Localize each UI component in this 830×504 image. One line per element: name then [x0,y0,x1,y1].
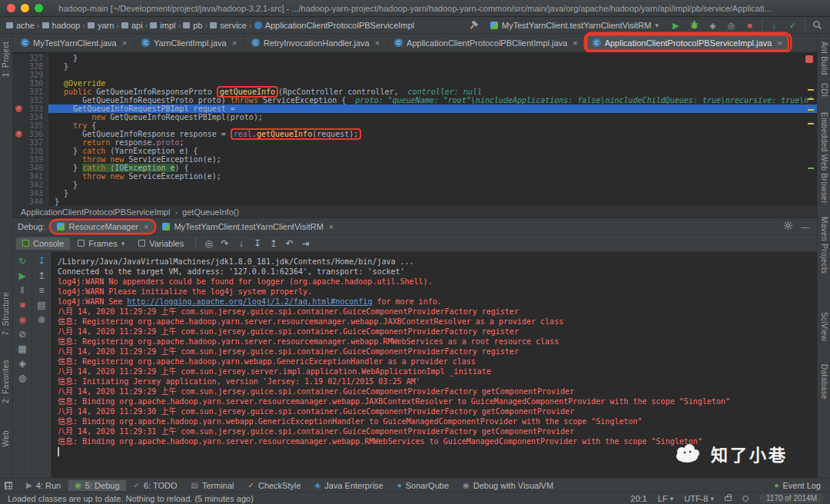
editor-gutter[interactable]: 332 [13,96,48,104]
code-text[interactable] [48,71,817,79]
mute-breakpoints-icon[interactable]: ⊘ [13,327,32,342]
resume-icon[interactable]: ▶ [13,269,32,284]
console-link[interactable]: http://logging.apache.org/log4j/1.2/faq.… [127,297,372,306]
warning-stripe-mark[interactable] [808,109,814,111]
line-separator-widget[interactable]: LF ▾ [658,494,673,503]
code-text[interactable]: } [48,197,817,206]
coverage-button[interactable]: ◈ [706,19,719,32]
stop-icon[interactable]: ■ [13,298,32,313]
editor-gutter[interactable]: 328 [13,62,48,71]
close-tab-icon[interactable]: × [375,38,380,48]
debug-session-tab[interactable]: MyTestYarnClient.testYarnClientVisitRM× [156,220,340,233]
close-tab-icon[interactable]: × [777,38,782,48]
settings-gear-icon[interactable] [783,220,793,232]
search-everywhere-icon[interactable] [811,19,824,32]
editor-gutter[interactable]: ✓333 [13,104,48,113]
tool-window-switcher-icon[interactable] [5,482,12,489]
step-into-icon[interactable]: ↓ [234,238,248,249]
code-text[interactable]: @Override [48,79,817,88]
close-tab-icon[interactable]: × [144,222,148,231]
warning-stripe-mark[interactable] [808,98,814,100]
code-text[interactable]: throw new ServiceException(e); [48,155,817,164]
zoom-button[interactable] [35,4,43,12]
tool-window-button-5-Debug[interactable]: ◉5: Debug [68,480,125,491]
close-tab-icon[interactable]: × [573,38,577,48]
up-the-stack-icon[interactable]: ↥ [32,269,51,284]
tool-window-button-CDI[interactable]: CDI [820,83,828,97]
run-configuration-select[interactable]: MyTestYarnClient.testYarnClientVisitRM ▾ [485,20,664,31]
tool-window-button-SonarQube[interactable]: ●SonarQube [391,480,455,491]
close-tab-icon[interactable]: × [232,38,237,48]
breadcrumb-item[interactable]: ache [6,21,35,30]
close-tab-icon[interactable]: × [122,38,127,48]
tool-window-button-Java-Enterprise[interactable]: ◈Java Enterprise [309,480,390,491]
close-button[interactable] [7,4,15,12]
code-text[interactable]: GetQueueInfoRequestPBImpl request = [48,104,817,113]
build-hammer-icon[interactable] [466,19,480,32]
editor-gutter[interactable]: 331 [13,88,48,96]
scroll-to-end-icon[interactable]: ↧ [32,254,51,269]
code-text[interactable]: } [48,181,817,189]
vcs-commit-icon[interactable]: ✓ [786,19,799,32]
editor-gutter[interactable]: 339 [13,155,48,164]
tool-window-button-Debug-with-VisualVM[interactable]: ◉Debug with VisualVM [456,480,559,491]
code-text[interactable]: GetQueueInfoResponse response = real.get… [48,130,817,138]
warning-stripe-mark[interactable] [808,123,814,124]
editor-gutter[interactable]: 327 [13,54,48,62]
inspections-widget[interactable] [805,55,813,63]
code-text[interactable]: GetQueueInfoRequestProto proto) throws S… [48,96,817,104]
editor-gutter[interactable]: 342 [13,181,48,189]
editor-tab[interactable]: CRetryInvocationHandler.java× [244,34,387,51]
pause-icon[interactable]: ‖ [13,284,32,298]
highlighting-level-icon[interactable] [742,496,749,502]
tool-window-button-4-Run[interactable]: ▶4: Run [20,480,67,491]
show-execution-point-icon[interactable]: ◎ [201,238,216,249]
code-text[interactable]: try { [48,121,817,130]
debug-console[interactable]: /Library/Java/JavaVirtualMachines/jdk1.8… [51,252,817,478]
clear-all-icon[interactable]: ⊗ [32,313,51,327]
breadcrumb-item[interactable]: ApplicationClientProtocolPBServiceImpl [21,207,170,217]
tool-tab-console[interactable]: Console [16,237,70,250]
step-out-icon[interactable]: ↥ [266,238,281,249]
caret-position-widget[interactable]: 20:1 [631,494,647,503]
breadcrumb-item[interactable]: ApplicationClientProtocolPBServiceImpl [254,21,414,30]
tool-window-button-1-Project[interactable]: 1: Project [2,41,10,77]
drop-frame-icon[interactable]: ↶ [282,238,297,249]
breakpoint-icon[interactable]: ✓ [15,131,22,138]
vcs-update-icon[interactable]: ↓ [768,19,781,32]
code-editor[interactable]: 327 }328 }329330 @Override331 public Get… [13,52,817,206]
settings-icon[interactable]: ◈ [13,356,32,371]
warning-stripe-mark[interactable] [808,89,814,91]
hide-window-icon[interactable]: — [801,222,809,231]
restore-layout-icon[interactable]: ▦ [13,342,32,356]
editor-tab[interactable]: CYarnClientImpl.java× [134,34,244,51]
breadcrumb-item[interactable]: service [210,21,247,30]
editor-gutter[interactable]: 334 [13,113,48,121]
breadcrumb-item[interactable]: impl [150,21,175,30]
ok-stripe-mark[interactable] [808,167,814,169]
tool-window-button-CheckStyle[interactable]: ✓CheckStyle [242,480,307,491]
step-over-icon[interactable]: ↷ [217,238,232,249]
memory-indicator[interactable]: 1170 of 2014M [759,493,824,503]
run-to-cursor-icon[interactable]: ⇥ [298,238,313,249]
soft-wrap-icon[interactable]: ≡ [32,284,51,298]
breadcrumb-item[interactable]: api [121,21,143,30]
code-text[interactable]: } catch (IOException e) { [48,164,817,172]
editor-gutter[interactable]: 330 [13,79,48,88]
tool-tab-variables[interactable]: Variables [132,237,190,250]
editor-gutter[interactable]: 340 [13,164,48,172]
pin-icon[interactable]: ◍ [13,371,32,386]
code-text[interactable]: } catch (YarnException e) { [48,147,817,155]
event-log-button[interactable]: ●Event Log [774,481,825,490]
code-text[interactable]: throw new ServiceException(e); [48,172,817,181]
editor-tab[interactable]: CApplicationClientProtocolPBServiceImpl.… [586,34,790,51]
breadcrumb-item[interactable]: yarn [88,21,114,30]
editor-tab[interactable]: CApplicationClientProtocolPBClientImpl.j… [387,34,586,51]
editor-gutter[interactable]: ✓336 [13,130,48,138]
tool-window-button-Database[interactable]: Database [820,364,828,400]
close-tab-icon[interactable]: × [329,222,334,231]
code-text[interactable]: } [48,54,817,62]
tool-window-button-Ant-Build[interactable]: Ant Build [820,41,828,75]
tool-tab-frames[interactable]: Frames▾ [71,237,131,250]
editor-tab[interactable]: CMyTestYarnClient.java× [14,34,134,51]
